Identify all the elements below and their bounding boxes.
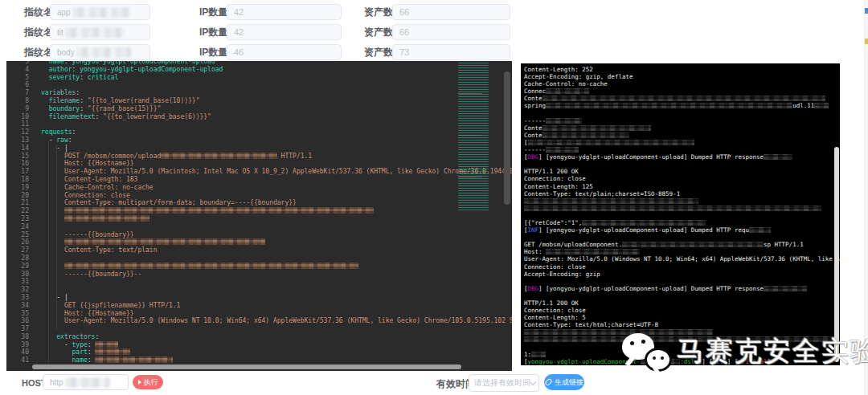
fingerprint-name-value: body xyxy=(57,48,75,57)
redacted-text xyxy=(542,96,825,101)
terminal-line: Conte xyxy=(524,124,840,132)
code-line: author: yongyou-ydglpt-uploadComponent-u… xyxy=(41,66,512,74)
fingerprint-row: 指纹名称 body IP数量 46 资产数量 73 xyxy=(0,44,868,62)
line-number: 32 xyxy=(6,286,29,294)
redacted-text xyxy=(546,88,589,94)
line-number: 18 xyxy=(6,176,29,184)
redacted-text xyxy=(546,103,792,108)
generate-link-button[interactable]: 生成链接 xyxy=(544,374,584,390)
ip-count-input[interactable]: 42 xyxy=(227,4,342,20)
fingerprint-name-input[interactable]: app xyxy=(50,4,150,20)
fingerprint-row: 指纹名称 app IP数量 42 资产数量 66 xyxy=(0,4,868,22)
asset-count-input[interactable]: 66 xyxy=(392,24,510,40)
terminal-line: Accept-Encoding: gzip, deflate xyxy=(524,73,840,80)
code-line: Cache-Control: no-cache xyxy=(41,184,512,192)
line-number: 16 xyxy=(6,160,29,168)
terminal-line xyxy=(524,205,840,212)
line-number: 6 xyxy=(6,81,29,89)
code-line xyxy=(41,120,512,128)
line-number: 34 xyxy=(6,302,29,310)
line-number: 25 xyxy=(6,231,29,239)
terminal-line: [ xyxy=(524,139,840,146)
redacted-text xyxy=(582,220,706,226)
terminal-line: Connection: close xyxy=(524,307,840,314)
fingerprint-row: 指纹名称 tit IP数量 42 资产数量 66 xyxy=(0,24,868,42)
code-line: User-Agent: Mozilla/5.0 (Windows NT 10.0… xyxy=(41,317,512,325)
line-number: 13 xyxy=(6,136,29,145)
redacted-text xyxy=(546,147,579,153)
redacted-text xyxy=(546,249,640,255)
redacted-text xyxy=(95,348,129,355)
chevron-down-icon xyxy=(530,378,536,385)
wechat-icon xyxy=(620,332,674,372)
line-number: 11 xyxy=(6,120,29,128)
code-line: User-Agent: Mozilla/5.0 (Macintosh; Inte… xyxy=(41,168,512,176)
redacted-text xyxy=(72,7,130,18)
terminal-line: Connec xyxy=(524,88,840,95)
host-value: http xyxy=(50,378,63,387)
valid-time-select[interactable]: 请选择有效时间 xyxy=(469,374,539,392)
line-number: 19 xyxy=(6,184,29,192)
watermark: 马赛克安全实验室 xyxy=(620,332,868,372)
code-line xyxy=(41,223,512,231)
run-button-label: 执行 xyxy=(144,377,158,388)
fingerprint-name-input[interactable]: tit xyxy=(50,24,150,40)
redacted-text xyxy=(622,242,764,247)
line-number: 7 xyxy=(6,89,29,97)
terminal-line: Content-Type: text/plain;charset=ISO-885… xyxy=(524,190,840,198)
run-button[interactable]: 执行 xyxy=(133,375,163,389)
redacted-text xyxy=(161,153,276,159)
asset-count-input[interactable]: 73 xyxy=(392,44,510,60)
redacted-text xyxy=(524,206,821,211)
editor-horizontal-scrollbar[interactable] xyxy=(32,364,461,369)
line-number: 23 xyxy=(6,215,29,223)
minimap[interactable] xyxy=(458,63,502,212)
terminal-line: ------ xyxy=(524,117,840,124)
ip-count-input[interactable]: 46 xyxy=(227,44,342,60)
code-line xyxy=(41,255,512,263)
redacted-text xyxy=(542,132,629,138)
terminal-output[interactable]: Content-Length: 252Accept-Encoding: gzip… xyxy=(521,63,840,365)
code-line: extractors: xyxy=(41,333,512,341)
fingerprint-name-input[interactable]: body xyxy=(50,44,150,60)
redacted-text xyxy=(95,356,172,363)
redacted-text xyxy=(764,286,807,291)
terminal-line: ------ xyxy=(524,146,840,153)
asset-count-input[interactable]: 66 xyxy=(392,4,510,20)
redacted-text xyxy=(76,47,131,58)
ip-count-input[interactable]: 42 xyxy=(227,24,342,40)
host-input[interactable]: http xyxy=(43,374,129,390)
code-line: Content-Length: 183 xyxy=(41,176,512,184)
code-line: - | xyxy=(41,145,512,153)
redacted-text xyxy=(531,352,546,357)
line-number: 10 xyxy=(6,113,29,121)
ip-count-label: IP数量 xyxy=(199,4,227,20)
ip-count-value: 46 xyxy=(234,47,244,57)
code-editor[interactable]: 3456789101112131415161718192021222324252… xyxy=(6,61,512,371)
line-number: 14 xyxy=(6,145,29,153)
scroll-marker-blue xyxy=(865,8,868,14)
editor-vertical-scrollbar[interactable] xyxy=(504,71,510,205)
valid-time-placeholder: 请选择有效时间 xyxy=(474,377,530,389)
terminal-scrollbar[interactable] xyxy=(834,147,839,362)
line-number: 29 xyxy=(6,263,29,271)
scroll-marker-yellow xyxy=(865,39,868,44)
redacted-text xyxy=(764,154,792,160)
code-line: Content-Type: multipart/form-data; bound… xyxy=(41,199,512,207)
line-number: 9 xyxy=(6,105,29,113)
terminal-line: springudl.11 xyxy=(524,102,840,109)
indent-guide xyxy=(48,141,49,371)
terminal-line: Accept-Encoding: gzip xyxy=(524,271,840,278)
terminal-line: Host: xyxy=(524,248,840,255)
line-number: 41 xyxy=(6,356,29,364)
line-number: 17 xyxy=(6,168,29,176)
code-line: - type: xyxy=(41,341,512,349)
line-numbers: 3456789101112131415161718192021222324252… xyxy=(6,61,35,364)
redacted-text xyxy=(64,215,149,222)
line-number: 15 xyxy=(6,153,29,161)
terminal-line xyxy=(524,161,840,168)
line-number: 30 xyxy=(6,271,29,279)
asset-count-value: 66 xyxy=(399,7,409,17)
redacted-text xyxy=(524,198,698,204)
code-content: name: yongyou-ydglpt-uploadComponent-upl… xyxy=(41,61,512,364)
